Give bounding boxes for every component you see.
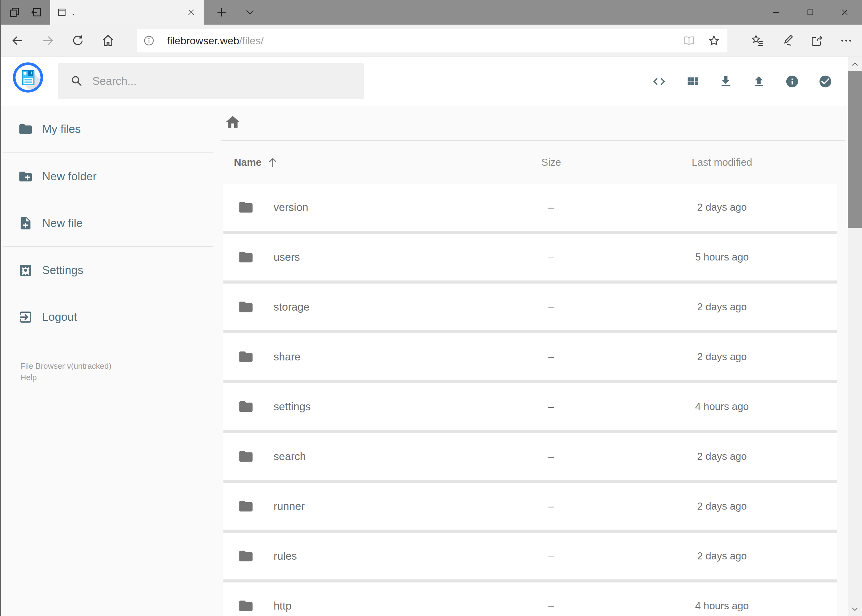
folder-icon xyxy=(18,122,33,137)
column-name-label: Name xyxy=(234,157,262,168)
sidebar-item-settings[interactable]: Settings xyxy=(1,256,218,284)
sidebar: My files New folder New file Settings xyxy=(1,106,218,616)
ink-pen-icon[interactable] xyxy=(780,30,794,51)
add-favorite-star-icon[interactable] xyxy=(707,34,721,47)
scroll-up-icon[interactable] xyxy=(848,57,862,71)
logout-icon xyxy=(18,310,33,324)
info-icon[interactable] xyxy=(785,72,799,91)
forward-icon[interactable] xyxy=(38,28,58,53)
file-size: – xyxy=(505,451,597,462)
url-host: filebrowser.web xyxy=(167,35,239,46)
upload-icon[interactable] xyxy=(752,72,766,91)
grid-view-icon[interactable] xyxy=(686,72,700,91)
back-icon[interactable] xyxy=(8,28,27,53)
minimize-button[interactable] xyxy=(759,0,793,25)
home-icon[interactable] xyxy=(98,28,118,53)
sidebar-item-my-files[interactable]: My files xyxy=(1,115,218,143)
file-modified: 2 days ago xyxy=(634,550,837,562)
close-button[interactable] xyxy=(827,0,862,25)
column-header-modified[interactable]: Last modified xyxy=(634,157,837,168)
new-tab-icon[interactable] xyxy=(211,0,232,25)
file-name: search xyxy=(274,450,306,462)
table-row[interactable]: version – 2 days ago xyxy=(224,184,837,231)
table-row[interactable]: http – 4 hours ago xyxy=(224,583,837,616)
download-icon[interactable] xyxy=(719,72,733,91)
browser-titlebar: . xyxy=(1,0,862,25)
folder-icon xyxy=(238,548,254,564)
table-row[interactable]: search – 2 days ago xyxy=(224,433,837,480)
folder-icon xyxy=(238,399,254,415)
listing-header: Name Size Last modified xyxy=(224,141,837,184)
sidebar-item-label: New file xyxy=(42,217,83,230)
file-size: – xyxy=(505,251,597,263)
file-size: – xyxy=(505,500,597,512)
file-rows: version – 2 days ago users – 5 hours ago… xyxy=(224,184,837,616)
column-header-name[interactable]: Name xyxy=(224,156,505,168)
code-view-icon[interactable] xyxy=(652,72,666,91)
folder-icon xyxy=(238,299,254,315)
file-modified: 4 hours ago xyxy=(634,401,837,412)
table-row[interactable]: settings – 4 hours ago xyxy=(224,383,837,430)
create-folder-icon xyxy=(18,169,33,184)
sidebar-item-label: Settings xyxy=(42,264,84,277)
file-name: storage xyxy=(274,301,310,313)
select-multiple-icon[interactable] xyxy=(818,72,832,91)
site-info-icon[interactable] xyxy=(143,35,156,47)
search-icon xyxy=(70,74,84,88)
search-input[interactable] xyxy=(92,75,345,88)
maximize-button[interactable] xyxy=(793,0,827,25)
help-link[interactable]: Help xyxy=(20,372,218,383)
file-name: runner xyxy=(274,500,305,512)
file-name: http xyxy=(274,600,292,612)
table-row[interactable]: users – 5 hours ago xyxy=(224,234,837,280)
settings-icon xyxy=(18,263,33,278)
more-menu-icon[interactable] xyxy=(839,30,853,51)
tab-favicon-icon xyxy=(57,7,67,17)
sidebar-item-new-file[interactable]: New file xyxy=(1,209,218,237)
table-row[interactable]: runner – 2 days ago xyxy=(224,483,837,530)
tab-preview-icon[interactable] xyxy=(6,4,23,20)
scrollbar-thumb[interactable] xyxy=(848,71,862,228)
file-modified: 2 days ago xyxy=(634,201,837,213)
sidebar-footer: File Browser v(untracked) Help xyxy=(1,360,218,383)
column-header-size[interactable]: Size xyxy=(505,157,597,168)
folder-icon xyxy=(238,448,254,464)
scroll-down-icon[interactable] xyxy=(848,602,862,616)
sidebar-item-label: New folder xyxy=(42,170,97,183)
search-box[interactable] xyxy=(58,63,364,99)
file-modified: 5 hours ago xyxy=(634,251,837,263)
reading-view-icon[interactable] xyxy=(682,34,696,47)
share-icon[interactable] xyxy=(810,30,824,51)
scrollbar[interactable] xyxy=(848,57,862,616)
sidebar-item-logout[interactable]: Logout xyxy=(1,303,218,331)
sidebar-item-new-folder[interactable]: New folder xyxy=(1,163,218,190)
window-controls xyxy=(759,0,862,25)
tab-list-chevron-icon[interactable] xyxy=(239,0,261,25)
app-actions xyxy=(652,57,832,106)
set-tabs-aside-icon[interactable] xyxy=(28,4,45,20)
file-name: version xyxy=(274,201,308,214)
refresh-icon[interactable] xyxy=(68,28,88,53)
tab-close-icon[interactable] xyxy=(185,6,197,19)
browser-tab[interactable]: . xyxy=(50,0,204,25)
file-size: – xyxy=(505,201,597,213)
file-modified: 2 days ago xyxy=(634,351,837,363)
file-name: share xyxy=(274,350,301,363)
breadcrumb-home-icon[interactable] xyxy=(224,114,241,130)
folder-icon xyxy=(238,199,254,215)
sidebar-item-label: My files xyxy=(42,123,80,136)
table-row[interactable]: share – 2 days ago xyxy=(224,333,837,380)
browser-toolbar: filebrowser.web/files/ xyxy=(1,25,862,57)
toolbar-right-group xyxy=(750,30,853,51)
folder-icon xyxy=(238,498,254,514)
file-listing: Name Size Last modified version – 2 days… xyxy=(218,106,862,616)
file-modified: 4 hours ago xyxy=(634,600,837,612)
file-modified: 2 days ago xyxy=(634,500,837,512)
sidebar-item-label: Logout xyxy=(42,311,77,324)
url-text: filebrowser.web/files/ xyxy=(167,35,264,47)
table-row[interactable]: rules – 2 days ago xyxy=(224,533,837,580)
favorites-hub-icon[interactable] xyxy=(750,30,765,51)
sidebar-divider xyxy=(3,152,213,152)
address-bar[interactable]: filebrowser.web/files/ xyxy=(137,29,727,52)
table-row[interactable]: storage – 2 days ago xyxy=(224,284,837,330)
